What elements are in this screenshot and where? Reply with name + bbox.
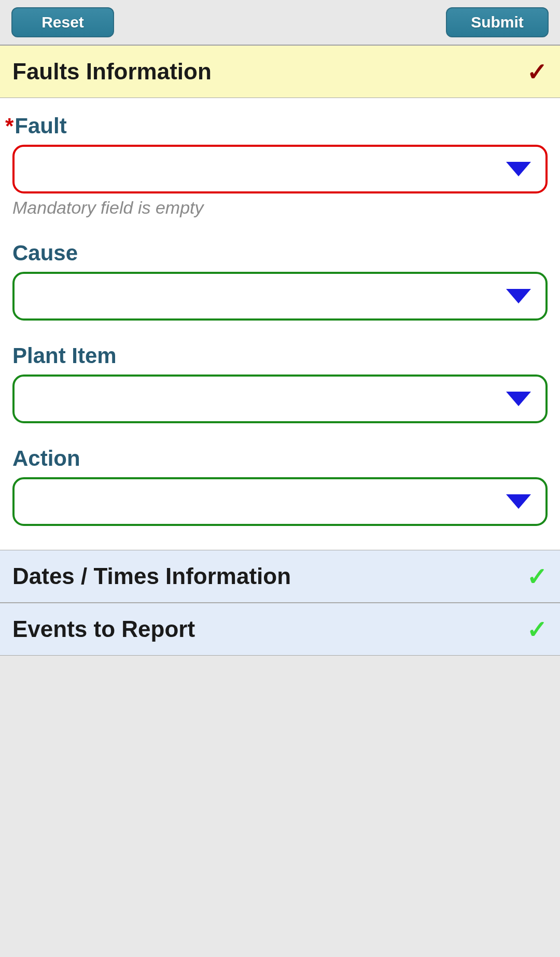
chevron-down-icon [506,392,531,406]
section-header-dates[interactable]: Dates / Times Information ✓ [0,550,560,603]
field-label-cause: Cause [12,241,548,266]
chevron-down-icon [506,494,531,509]
action-dropdown[interactable] [12,477,548,526]
checkmark-icon: ✓ [527,562,548,591]
toolbar: Reset Submit [0,0,560,45]
label-text-fault: Fault [15,114,66,138]
chevron-down-icon [506,162,531,176]
field-label-action: Action [12,446,548,471]
field-label-fault: * Fault [12,114,548,138]
form-faults: * Fault Mandatory field is empty Cause P… [0,98,560,550]
section-title-dates: Dates / Times Information [12,563,291,589]
checkmark-icon: ✓ [527,57,548,86]
reset-button[interactable]: Reset [11,7,114,37]
section-header-faults[interactable]: Faults Information ✓ [0,45,560,98]
fault-dropdown[interactable] [12,145,548,193]
section-title-faults: Faults Information [12,59,212,85]
section-header-events[interactable]: Events to Report ✓ [0,603,560,656]
field-group-plant-item: Plant Item [12,343,548,423]
field-label-plant-item: Plant Item [12,343,548,368]
label-text-cause: Cause [12,241,78,266]
submit-button[interactable]: Submit [446,7,549,37]
checkmark-icon: ✓ [527,615,548,644]
section-title-events: Events to Report [12,616,195,642]
error-message-fault: Mandatory field is empty [12,198,548,218]
required-star-icon: * [5,114,13,138]
label-text-action: Action [12,446,80,471]
field-group-cause: Cause [12,241,548,321]
label-text-plant-item: Plant Item [12,343,117,368]
field-group-action: Action [12,446,548,526]
chevron-down-icon [506,289,531,303]
cause-dropdown[interactable] [12,272,548,321]
field-group-fault: * Fault Mandatory field is empty [12,114,548,218]
plant-item-dropdown[interactable] [12,375,548,423]
